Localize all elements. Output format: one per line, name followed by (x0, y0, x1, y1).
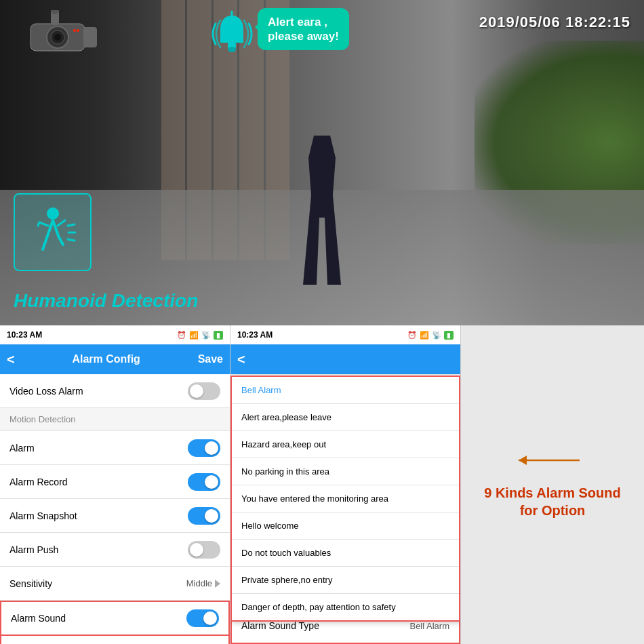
dropdown-item-hazard-area[interactable]: Hazard area,keep out (232, 431, 459, 458)
phone-right: 10:23 AM ⏰ 📶 📡 ▮ < Bell Alarm Alert area… (230, 325, 461, 644)
video-loss-alarm-item[interactable]: Video Loss Alarm (0, 374, 230, 408)
back-button-right[interactable]: < (237, 352, 245, 367)
motion-detection-header: Motion Detection (0, 408, 230, 431)
alarm-sound-label: Alarm Sound (11, 613, 66, 624)
svg-rect-8 (83, 27, 97, 47)
annotation-text: 9 Kinds Alarm Sound for Option (484, 484, 621, 519)
video-loss-alarm-label: Video Loss Alarm (9, 386, 83, 397)
svg-point-10 (228, 47, 236, 52)
signal-icon-r: 📶 (420, 331, 429, 340)
alarm-label: Alarm (9, 443, 35, 454)
sensitivity-value: Middle (186, 578, 220, 588)
alarm-push-item[interactable]: Alarm Push (0, 533, 230, 567)
time-right: 10:23 AM (237, 330, 273, 340)
dropdown-item-no-parking[interactable]: No parking in this area (232, 458, 459, 485)
settings-list-left: Video Loss Alarm Motion Detection Alarm … (0, 374, 230, 644)
svg-marker-17 (519, 456, 527, 465)
save-button[interactable]: Save (198, 353, 223, 365)
alarm-sound-type-bottom-label: Alarm Sound Type (241, 620, 319, 631)
video-loss-alarm-toggle[interactable] (188, 382, 220, 400)
battery-icon-r: ▮ (444, 331, 454, 340)
timestamp: 2019/05/06 18:22:15 (479, 14, 630, 31)
alarm-item[interactable]: Alarm (0, 431, 230, 465)
alarm-record-toggle[interactable] (188, 473, 220, 491)
alarm-record-label: Alarm Record (9, 477, 68, 487)
person-silhouette (295, 136, 349, 285)
dropdown-item-hello-welcome[interactable]: Hello welcome (232, 512, 459, 540)
back-button-left[interactable]: < (7, 352, 15, 367)
dropdown-item-monitoring-area[interactable]: You have entered the monitoring area (232, 485, 459, 512)
alarm-record-item[interactable]: Alarm Record (0, 465, 230, 499)
dropdown-item-no-touch[interactable]: Do not touch valuables (232, 540, 459, 567)
status-bar-right: 10:23 AM ⏰ 📶 📡 ▮ (230, 325, 460, 344)
phone-left: 10:23 AM ⏰ 📶 📡 ▮ < Alarm Config Save Vid… (0, 325, 230, 644)
sensitivity-item[interactable]: Sensitivity Middle (0, 567, 230, 601)
nav-bar-left: < Alarm Config Save (0, 344, 230, 374)
nav-bar-right: < (230, 344, 460, 374)
humanoid-label: Humanoid Detection (14, 290, 198, 312)
alarm-icon-r: ⏰ (407, 331, 417, 340)
dropdown-item-alert-area[interactable]: Alert area,please leave (232, 404, 459, 431)
alarm-sound-item[interactable]: Alarm Sound (0, 601, 230, 635)
status-icons-left: ⏰ 📶 📡 ▮ (177, 331, 223, 340)
svg-line-15 (68, 239, 75, 241)
nav-title-left: Alarm Config (15, 353, 198, 365)
battery-icon: ▮ (214, 331, 223, 340)
alarm-snapshot-item[interactable]: Alarm Snapshot (0, 499, 230, 533)
phone-section: 10:23 AM ⏰ 📶 📡 ▮ < Alarm Config Save Vid… (0, 325, 644, 644)
signal-icon: 📶 (189, 331, 199, 340)
alarm-icon: ⏰ (177, 331, 186, 340)
alarm-push-toggle[interactable] (188, 541, 220, 559)
alarm-sound-type-item[interactable]: Alarm Sound Type Bell Alarm (0, 635, 230, 644)
sensitivity-label: Sensitivity (9, 578, 52, 589)
camera-device (10, 10, 132, 64)
svg-point-4 (73, 29, 76, 32)
chevron-right-icon (215, 580, 220, 588)
alarm-push-label: Alarm Push (9, 544, 58, 555)
dropdown-item-private-sphere[interactable]: Private sphere,no entry (232, 567, 459, 594)
time-left: 10:23 AM (7, 330, 42, 340)
dropdown-item-bell-alarm[interactable]: Bell Alarm (232, 377, 459, 404)
alarm-sound-toggle[interactable] (186, 609, 219, 627)
alarm-sound-dropdown: Bell Alarm Alert area,please leave Hazar… (230, 376, 460, 622)
status-bar-left: 10:23 AM ⏰ 📶 📡 ▮ (0, 325, 230, 344)
alarm-toggle[interactable] (188, 439, 220, 457)
camera-feed: Alert eara , please away! 2019/05/06 18:… (0, 0, 644, 325)
motion-detection-label: Motion Detection (9, 414, 76, 424)
dropdown-item-danger-depth[interactable]: Danger of depth, pay attention to safety (232, 594, 459, 620)
svg-point-5 (77, 29, 79, 32)
annotation: 9 Kinds Alarm Sound for Option (484, 450, 621, 519)
alert-bubble: Alert eara , please away! (258, 8, 349, 50)
wifi-icon: 📡 (201, 331, 211, 340)
svg-point-12 (47, 207, 59, 220)
status-icons-right: ⏰ 📶 📡 ▮ (407, 331, 454, 340)
bell-container (210, 10, 251, 51)
alarm-snapshot-toggle[interactable] (188, 507, 220, 525)
alarm-snapshot-label: Alarm Snapshot (9, 510, 77, 521)
alarm-sound-type-bottom-value: Bell Alarm (409, 621, 449, 631)
annotation-section: 9 Kinds Alarm Sound for Option (461, 325, 644, 644)
svg-line-13 (68, 224, 75, 226)
wifi-icon-r: 📡 (432, 331, 441, 340)
humanoid-detection-box (14, 193, 92, 271)
svg-point-3 (54, 34, 61, 41)
